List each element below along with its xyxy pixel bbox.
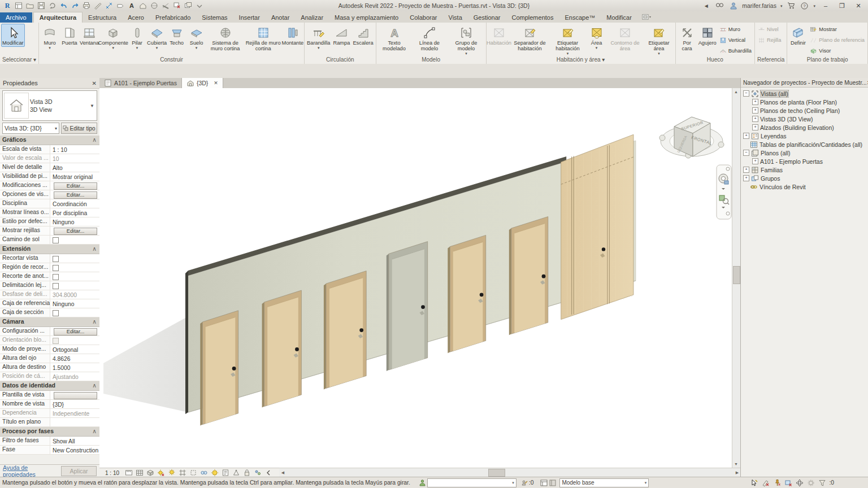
worksharing-display-button[interactable] — [253, 469, 262, 477]
active-workset-select[interactable]: ▾ — [427, 478, 517, 487]
modelo-texto-modelado-button[interactable]: ATexto modelado — [377, 24, 411, 53]
hueco-por-cara-button[interactable]: Por cara — [677, 24, 697, 53]
open-button[interactable] — [25, 1, 34, 10]
plano-de-trabajo-visor-button[interactable]: Visor — [808, 46, 866, 56]
detail-level-button[interactable] — [135, 469, 144, 477]
customize-qat-button[interactable] — [194, 1, 204, 10]
properties-section-header[interactable]: Cámara∧ — [0, 317, 99, 327]
tree-item-a101-ejemplo-puertas[interactable]: +A101 - Ejemplo Puertas — [742, 157, 868, 165]
ribbon-tab-gestionar[interactable]: Gestionar — [468, 12, 506, 23]
property-value[interactable]: Ortogonal — [50, 345, 99, 354]
plano-de-trabajo-definir-button[interactable]: Definir — [788, 24, 808, 47]
property-checkbox[interactable] — [53, 256, 59, 262]
property-checkbox[interactable] — [53, 283, 59, 289]
property-value[interactable]: 304.8000 — [50, 290, 99, 299]
tree-expander-icon[interactable]: + — [743, 133, 749, 139]
help-menu-arrow[interactable]: ▾ — [813, 4, 815, 8]
undo-button[interactable] — [59, 1, 68, 10]
view-cube[interactable]: SUPERIOR FRONTAL IZQUIERDA — [659, 117, 724, 158]
property-value[interactable]: Ninguno — [50, 299, 99, 308]
search-icon[interactable] — [715, 1, 724, 10]
ribbon-tab-colaborar[interactable]: Colaborar — [404, 12, 442, 23]
ribbon-tab-analizar[interactable]: Analizar — [295, 12, 329, 23]
temporary-view-properties-button[interactable] — [221, 469, 230, 477]
active-design-option-select[interactable]: Modelo base▾ — [559, 478, 649, 487]
tree-expander-icon[interactable]: − — [743, 150, 749, 156]
hide-analytical-model-button[interactable] — [232, 469, 241, 477]
property-checkbox[interactable] — [53, 237, 59, 243]
view-tab--3d-[interactable]: {3D}✕ — [182, 78, 223, 88]
hueco-agujero-button[interactable]: Agujero — [698, 24, 717, 47]
tree-item-vistas-all-[interactable]: −Vistas (all) — [742, 89, 868, 98]
tree-item-planos-de-planta-floor-plan-[interactable]: +Planos de planta (Floor Plan) — [742, 98, 868, 106]
worksets-dialog-icon[interactable] — [539, 479, 548, 487]
type-selector[interactable]: Vista 3D 3D View ▼ — [2, 90, 97, 121]
property-value[interactable] — [50, 418, 99, 426]
ribbon-tab-sistemas[interactable]: Sistemas — [196, 12, 233, 23]
tree-item-tablas-de-planificaci-n-cantidades-all-[interactable]: Tablas de planificación/Cantidades (all) — [742, 140, 868, 149]
construir-puerta-button[interactable]: Puerta — [60, 24, 79, 47]
circulacion-barandilla-button[interactable]: Barandilla▾ — [306, 24, 331, 51]
hueco-vertical-button[interactable]: Vertical — [718, 35, 753, 45]
tree-expander-icon[interactable]: + — [743, 175, 749, 181]
construir-rejilla-de-muro-cortina-button[interactable]: Rejilla de muro cortina — [245, 24, 282, 53]
section-button[interactable] — [149, 1, 159, 10]
selection-filter-button[interactable] — [818, 479, 827, 487]
close-hidden-windows-button[interactable] — [172, 1, 181, 10]
save-button[interactable] — [36, 1, 46, 10]
tree-item-grupos[interactable]: +Grupos — [742, 174, 868, 182]
habitacion-y-area-área-button[interactable]: Área▾ — [587, 24, 606, 51]
property-value[interactable]: New Construction — [50, 446, 99, 454]
ribbon-tab-vista[interactable]: Vista — [443, 12, 468, 23]
hueco-buhardilla-button[interactable]: Buhardilla — [718, 46, 753, 56]
properties-help-link[interactable]: Ayuda de propiedades — [3, 464, 61, 478]
property-value[interactable]: Ajustando — [50, 372, 99, 381]
minimize-button[interactable]: – — [819, 2, 832, 9]
construir-pilar-button[interactable]: Pilar▾ — [128, 24, 147, 51]
revit-logo-button[interactable]: R — [2, 1, 12, 10]
ui-toggle-button[interactable] — [14, 1, 23, 10]
collapse-arrow-button[interactable] — [264, 469, 273, 477]
scroll-down-arrow[interactable]: ▼ — [732, 460, 740, 468]
tree-expander-icon[interactable]: + — [752, 124, 758, 130]
tree-item-leyendas[interactable]: +Leyendas — [742, 132, 868, 140]
ribbon-tab-enscape-[interactable]: Enscape™ — [559, 12, 601, 23]
editing-requests-icon[interactable] — [520, 479, 529, 487]
drag-elements-button[interactable] — [795, 479, 804, 487]
view-tab-a101-ejemplo-puertas[interactable]: A101 - Ejemplo Puertas — [99, 78, 182, 88]
modelo-línea-de-modelo-button[interactable]: Línea de modelo — [411, 24, 447, 53]
habitacion-y-area-separador-de-habitación-button[interactable]: Separador de habitación — [511, 24, 549, 53]
seleccionar-modificar-button[interactable]: Modificar — [1, 24, 25, 47]
property-value[interactable]: Independiente — [50, 409, 99, 417]
gear-button[interactable] — [806, 479, 815, 487]
drawing-area[interactable]: SUPERIOR FRONTAL IZQUIERDA — [99, 88, 732, 468]
property-checkbox[interactable] — [53, 265, 59, 271]
property-edit-button[interactable]: Editar... — [54, 328, 97, 336]
crop-view-button[interactable] — [178, 469, 187, 477]
temporary-hide-isolate-button[interactable] — [199, 469, 209, 477]
properties-section-header[interactable]: Gráficos∧ — [0, 136, 99, 145]
property-value[interactable]: {3D} — [50, 400, 99, 408]
restore-button[interactable]: ❐ — [836, 2, 848, 10]
property-value[interactable]: Mostrar original — [50, 172, 99, 181]
tree-item-v-nculos-de-revit[interactable]: Vínculos de Revit — [742, 182, 868, 191]
property-checkbox[interactable] — [53, 310, 59, 316]
ribbon-tab-complementos[interactable]: Complementos — [506, 12, 559, 23]
horizontal-scrollbar[interactable]: ◀ ▶ — [279, 468, 741, 477]
tree-expander-icon[interactable]: + — [743, 167, 749, 173]
close-view-tab-icon[interactable]: ✕ — [214, 80, 218, 86]
aligned-dimension-button[interactable] — [104, 1, 114, 10]
property-value[interactable]: Ninguno — [50, 217, 99, 226]
tree-item-planos-de-techo-ceiling-plan-[interactable]: +Planos de techo (Ceiling Plan) — [742, 106, 868, 115]
tree-expander-icon[interactable]: + — [752, 158, 758, 164]
scroll-up-arrow[interactable]: ▲ — [732, 88, 740, 95]
ribbon-tab-anotar[interactable]: Anotar — [266, 12, 295, 23]
select-links-button[interactable] — [750, 479, 759, 487]
tree-item-alzados-building-elevation-[interactable]: +Alzados (Building Elevation) — [742, 123, 868, 132]
instance-selector[interactable]: Vista 3D: {3D} ▾ — [2, 123, 59, 134]
ribbon-tab-modificar[interactable]: Modificar — [601, 12, 637, 23]
horizontal-scroll-thumb[interactable] — [488, 469, 505, 477]
ribbon-tab-insertar[interactable]: Insertar — [233, 12, 266, 23]
construir-sistema-de-muro-cortina-button[interactable]: Sistema de muro cortina — [207, 24, 244, 53]
edit-type-button[interactable]: Editar tipo — [61, 123, 97, 134]
